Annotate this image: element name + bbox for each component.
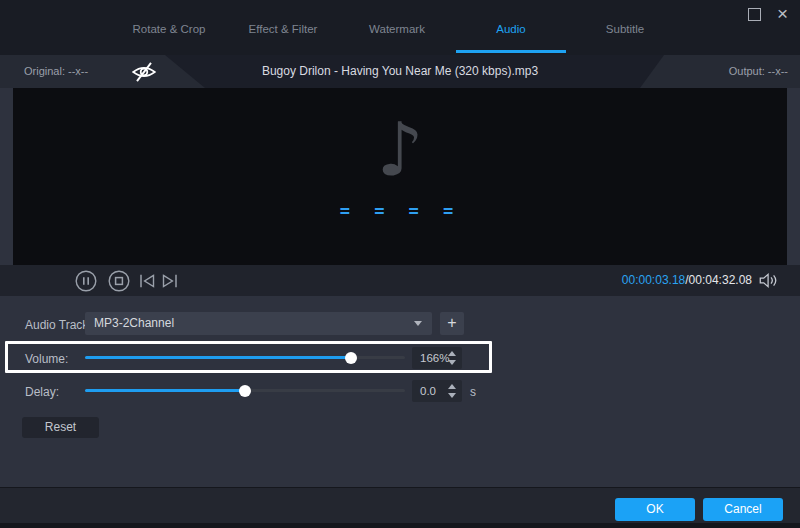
delay-unit-label: s (470, 385, 476, 399)
title-bar: Rotate & Crop Effect & Filter Watermark … (0, 0, 800, 55)
maximize-icon[interactable] (748, 8, 761, 21)
music-note-icon: ♪ (376, 106, 423, 192)
volume-spinner-arrows[interactable] (448, 351, 456, 365)
delay-slider[interactable] (85, 389, 405, 392)
reset-button[interactable]: Reset (22, 417, 99, 438)
total-time: 00:04:32.08 (689, 273, 752, 287)
preview-area: ♪ = = = = (13, 88, 787, 265)
tab-bar: Rotate & Crop Effect & Filter Watermark … (112, 0, 682, 55)
prev-frame-button[interactable] (139, 274, 156, 292)
delay-spinner-arrows[interactable] (448, 384, 456, 398)
volume-value: 166% (420, 347, 449, 369)
volume-speaker-icon[interactable] (758, 272, 778, 293)
time-display: 00:00:03.18/00:04:32.08 (622, 265, 752, 296)
media-file-title: Bugoy Drilon - Having You Near Me (320 k… (0, 55, 800, 88)
add-audio-track-button[interactable]: + (440, 312, 464, 335)
tab-rotate-crop[interactable]: Rotate & Crop (112, 0, 226, 55)
spin-up-icon[interactable] (448, 351, 456, 356)
volume-label: Volume: (25, 352, 68, 366)
volume-spinner[interactable]: 166% (412, 347, 462, 369)
stop-button[interactable] (108, 270, 130, 296)
audio-editor-dialog: Rotate & Crop Effect & Filter Watermark … (0, 0, 800, 528)
audio-track-selected-value: MP3-2Channel (94, 312, 174, 335)
spin-up-icon[interactable] (448, 384, 456, 389)
equalizer-indicator: = = = = (340, 201, 461, 221)
current-time: 00:00:03.18 (622, 273, 685, 287)
tab-effect-filter[interactable]: Effect & Filter (226, 0, 340, 55)
delay-spinner[interactable]: 0.0 (412, 380, 462, 402)
tab-audio[interactable]: Audio (454, 0, 568, 55)
spin-down-icon[interactable] (448, 360, 456, 365)
footer-bar: OK Cancel (0, 487, 800, 524)
volume-thumb[interactable] (345, 352, 357, 364)
spin-down-icon[interactable] (448, 393, 456, 398)
volume-fill (85, 356, 351, 359)
tab-subtitle[interactable]: Subtitle (568, 0, 682, 55)
audio-track-label: Audio Track: (25, 318, 92, 332)
audio-track-dropdown[interactable]: MP3-2Channel (85, 312, 432, 335)
tab-watermark[interactable]: Watermark (340, 0, 454, 55)
delay-label: Delay: (25, 385, 59, 399)
bottom-edge (0, 523, 800, 528)
pause-button[interactable] (75, 270, 97, 296)
cancel-button[interactable]: Cancel (703, 498, 783, 521)
chevron-down-icon (414, 321, 422, 326)
window-controls: × (748, 0, 788, 26)
info-bar: Original: --x-- Bugoy Drilon - Having Yo… (0, 55, 800, 88)
delay-fill (85, 389, 245, 392)
ok-button[interactable]: OK (615, 498, 695, 521)
next-frame-button[interactable] (161, 274, 178, 292)
delay-value: 0.0 (420, 380, 436, 402)
close-icon[interactable]: × (777, 4, 788, 23)
output-size-label: Output: --x-- (729, 55, 788, 88)
transport-bar: 00:00:03.18/00:04:32.08 (0, 265, 800, 296)
delay-thumb[interactable] (239, 385, 251, 397)
volume-slider[interactable] (85, 356, 405, 359)
